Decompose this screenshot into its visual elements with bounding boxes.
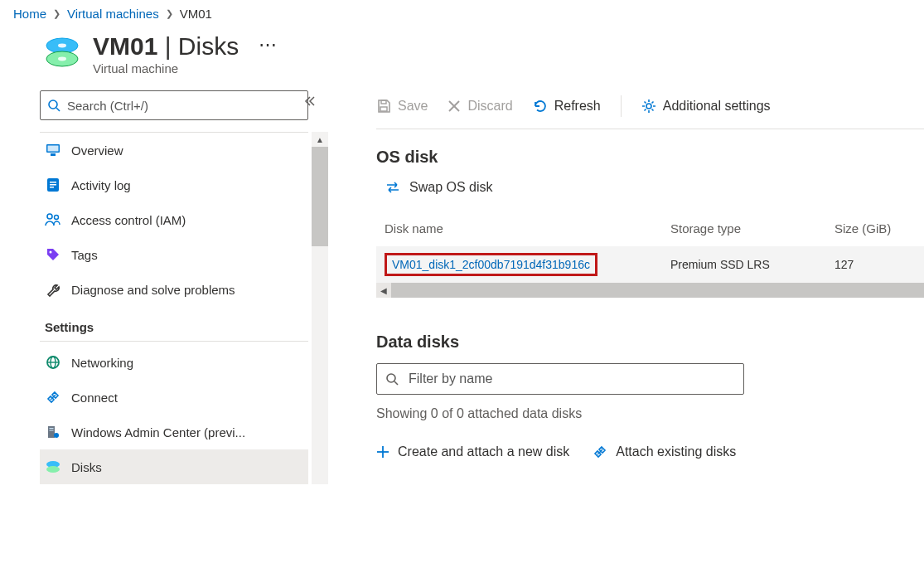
svg-rect-14 <box>50 187 54 188</box>
sidebar-item-tags[interactable]: Tags <box>40 237 308 272</box>
refresh-button[interactable]: Refresh <box>533 99 601 114</box>
os-disk-table: Disk name Storage type Size (GiB) VM01_d… <box>376 210 924 298</box>
sidebar-item-windows-admin-center[interactable]: Windows Admin Center (previ... <box>40 415 308 449</box>
svg-point-17 <box>50 251 52 254</box>
globe-icon <box>45 355 61 370</box>
search-icon <box>385 372 399 386</box>
page-title: VM01 | Disks <box>93 32 239 60</box>
filter-input-wrap[interactable] <box>376 363 744 395</box>
os-disk-size: 127 <box>835 258 924 271</box>
refresh-icon <box>533 99 548 114</box>
table-row: VM01_disk1_2cf00db7191d4f31b916c Premium… <box>376 246 924 283</box>
svg-point-24 <box>54 433 59 438</box>
sidebar-item-label: Tags <box>71 248 98 262</box>
breadcrumb-home[interactable]: Home <box>13 7 46 21</box>
sidebar-item-connect[interactable]: Connect <box>40 380 308 415</box>
close-icon <box>447 100 461 113</box>
svg-point-15 <box>47 214 52 219</box>
swap-os-disk-button[interactable]: Swap OS disk <box>385 180 492 195</box>
svg-rect-10 <box>51 153 56 156</box>
svg-point-32 <box>387 374 395 382</box>
server-icon <box>45 425 61 439</box>
data-disks-count: Showing 0 of 0 attached data disks <box>376 406 924 421</box>
col-size[interactable]: Size (GiB) <box>835 221 924 235</box>
breadcrumb-current: VM01 <box>180 7 212 21</box>
svg-rect-12 <box>50 182 56 183</box>
plug-icon <box>45 390 61 405</box>
search-input-wrap[interactable] <box>40 90 308 120</box>
chevron-right-icon: ❯ <box>53 8 60 19</box>
search-input[interactable] <box>65 98 301 114</box>
toolbar: Save Discard Refresh Additional settings <box>376 90 924 129</box>
sidebar-item-label: Disks <box>71 460 102 474</box>
svg-point-2 <box>58 44 66 48</box>
attach-existing-disks-button[interactable]: Attach existing disks <box>593 444 736 459</box>
sidebar-item-label: Activity log <box>71 178 131 192</box>
svg-rect-28 <box>380 107 387 111</box>
svg-point-5 <box>58 57 66 61</box>
svg-point-16 <box>55 216 59 220</box>
svg-line-7 <box>56 108 60 111</box>
sidebar-nav: Overview Activity log Access control (IA… <box>40 132 308 484</box>
svg-rect-22 <box>50 428 54 429</box>
gear-icon <box>641 99 656 114</box>
sidebar-item-activity-log[interactable]: Activity log <box>40 167 308 202</box>
save-icon <box>376 99 391 114</box>
highlight-box: VM01_disk1_2cf00db7191d4f31b916c <box>385 253 597 276</box>
chevron-right-icon: ❯ <box>166 8 173 19</box>
svg-rect-23 <box>50 430 54 431</box>
svg-line-33 <box>394 381 398 385</box>
svg-point-26 <box>46 466 60 473</box>
sidebar-section-settings: Settings <box>40 307 308 342</box>
additional-settings-button[interactable]: Additional settings <box>641 99 771 114</box>
sidebar-item-diagnose[interactable]: Diagnose and solve problems <box>40 272 308 307</box>
wrench-icon <box>45 282 61 297</box>
page-subtitle: Virtual machine <box>93 61 239 75</box>
collapse-sidebar-button[interactable] <box>303 95 315 107</box>
sidebar-item-label: Windows Admin Center (previ... <box>71 425 245 439</box>
col-disk-name[interactable]: Disk name <box>376 221 670 235</box>
disks-resource-icon <box>43 32 81 70</box>
people-icon <box>45 212 61 227</box>
sidebar-item-label: Access control (IAM) <box>71 213 186 227</box>
create-attach-disk-button[interactable]: Create and attach a new disk <box>376 444 569 459</box>
svg-point-6 <box>49 100 57 109</box>
horizontal-scrollbar[interactable]: ◀ <box>376 283 924 298</box>
filter-input[interactable] <box>407 371 735 387</box>
sidebar: Overview Activity log Access control (IA… <box>0 90 320 484</box>
os-disk-heading: OS disk <box>376 148 924 167</box>
toolbar-separator <box>621 95 622 117</box>
sidebar-item-overview[interactable]: Overview <box>40 133 308 167</box>
col-storage-type[interactable]: Storage type <box>670 221 835 235</box>
breadcrumb-virtual-machines[interactable]: Virtual machines <box>67 7 159 21</box>
sidebar-item-label: Overview <box>71 143 123 158</box>
scrollbar-thumb[interactable] <box>391 283 924 298</box>
more-actions-button[interactable]: ⋯ <box>250 32 285 57</box>
disks-icon <box>45 459 61 474</box>
search-icon <box>47 99 60 112</box>
breadcrumb: Home ❯ Virtual machines ❯ VM01 <box>0 0 924 26</box>
svg-rect-9 <box>48 146 59 152</box>
svg-rect-27 <box>381 100 386 104</box>
sidebar-item-disks[interactable]: Disks <box>40 449 308 484</box>
swap-icon <box>385 180 401 195</box>
table-header: Disk name Storage type Size (GiB) <box>376 210 924 246</box>
page-header: VM01 | Disks Virtual machine ⋯ <box>0 26 924 90</box>
os-disk-link[interactable]: VM01_disk1_2cf00db7191d4f31b916c <box>392 258 590 271</box>
os-disk-storage-type: Premium SSD LRS <box>670 258 835 271</box>
data-disks-heading: Data disks <box>376 333 924 352</box>
sidebar-item-label: Connect <box>71 391 118 405</box>
save-button[interactable]: Save <box>376 99 428 114</box>
sidebar-item-label: Networking <box>71 356 133 370</box>
monitor-icon <box>45 143 61 158</box>
sidebar-item-label: Diagnose and solve problems <box>71 283 235 297</box>
sidebar-item-access-control[interactable]: Access control (IAM) <box>40 202 308 237</box>
sidebar-item-networking[interactable]: Networking <box>40 345 308 380</box>
discard-button[interactable]: Discard <box>447 99 512 114</box>
svg-point-31 <box>646 104 651 109</box>
attach-icon <box>593 444 607 459</box>
tag-icon <box>45 247 61 262</box>
plus-icon <box>376 445 389 459</box>
main-content: Save Discard Refresh Additional settings… <box>320 90 924 484</box>
scroll-left-icon[interactable]: ◀ <box>376 286 391 295</box>
